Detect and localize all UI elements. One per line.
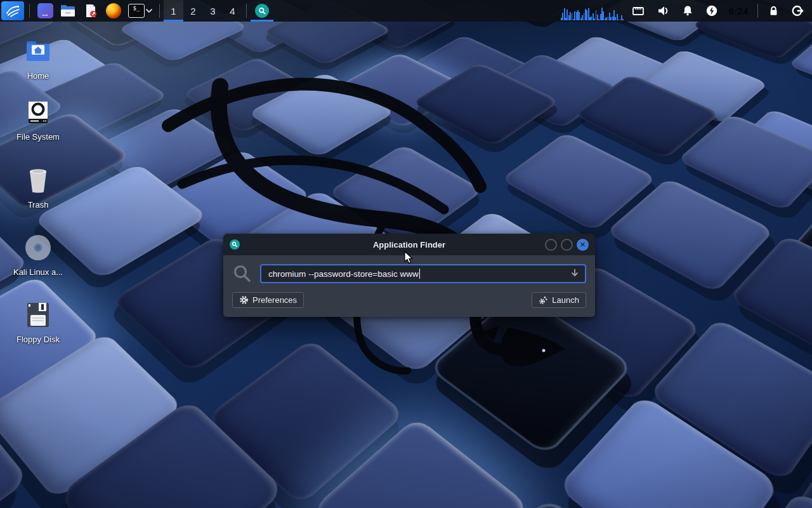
- preferences-button[interactable]: Preferences: [232, 292, 304, 308]
- preferences-label: Preferences: [252, 295, 297, 305]
- speaker-icon: [657, 4, 670, 17]
- desktop-icon-label: Home: [9, 71, 67, 81]
- taskbar-application-finder-button[interactable]: [251, 0, 273, 22]
- terminal-icon: $_: [128, 4, 145, 18]
- chevron-down-icon: [145, 8, 153, 14]
- panel-separator: [757, 4, 758, 18]
- trash-icon: [25, 166, 51, 194]
- clock[interactable]: 6:24: [724, 0, 754, 22]
- kali-dragon-logo: [155, 50, 574, 405]
- desktop-icon-label: File System: [9, 132, 67, 142]
- run-icon: [539, 295, 548, 305]
- launcher-file-manager[interactable]: [56, 0, 79, 22]
- logout-button[interactable]: [785, 0, 812, 22]
- top-panel: $_ 1 2 3 4: [0, 0, 812, 22]
- desktop-icon-label: Kali Linux a...: [9, 267, 67, 277]
- applications-menu-button[interactable]: [1, 1, 24, 20]
- search-icon: [232, 264, 252, 284]
- workspace-4-button[interactable]: 4: [223, 0, 242, 22]
- volume-button[interactable]: [651, 0, 676, 22]
- workspace-2-button[interactable]: 2: [183, 0, 203, 22]
- desktop-icon-label: Floppy Disk: [9, 335, 67, 344]
- power-manager-button[interactable]: [700, 0, 724, 22]
- notifications-button[interactable]: [676, 0, 700, 22]
- floppy-icon: [25, 301, 51, 329]
- terminal-dropdown-button[interactable]: [145, 0, 155, 22]
- window-app-icon: [37, 3, 53, 18]
- window-title: Application Finder: [223, 240, 595, 250]
- launch-label: Launch: [552, 295, 579, 305]
- application-finder-icon: [255, 4, 269, 18]
- history-dropdown-icon[interactable]: [546, 258, 580, 290]
- power-icon: [705, 4, 718, 17]
- drive-icon: [25, 99, 51, 126]
- firefox-icon: [106, 3, 121, 18]
- desktop-icon-label: Trash: [9, 200, 67, 210]
- workspace-3-button[interactable]: 3: [203, 0, 223, 22]
- logout-icon: [791, 4, 804, 17]
- lock-screen-button[interactable]: [762, 0, 785, 22]
- minimize-button[interactable]: [545, 239, 557, 251]
- command-input-value: chromium --password-store=basic www: [268, 269, 419, 279]
- file-manager-icon: [60, 3, 76, 18]
- home-folder-icon: [24, 39, 52, 64]
- close-button[interactable]: ✕: [577, 239, 589, 251]
- panel-separator: [29, 4, 30, 18]
- desktop-icon-kali-linux-cd[interactable]: Kali Linux a...: [9, 232, 67, 277]
- desktop-icon-file-system[interactable]: File System: [9, 97, 67, 142]
- launcher-firefox[interactable]: [102, 0, 125, 22]
- ethernet-icon: [631, 4, 645, 17]
- workspace-1-button[interactable]: 1: [164, 0, 183, 22]
- desktop-icon-floppy-disk[interactable]: Floppy Disk: [9, 299, 67, 344]
- application-finder-window: Application Finder ✕ chromium --password…: [223, 234, 595, 317]
- disc-icon: [23, 233, 53, 262]
- panel-separator: [159, 4, 160, 18]
- bell-icon: [681, 4, 694, 17]
- text-caret: [419, 269, 421, 279]
- network-monitor-graph[interactable]: [560, 0, 625, 22]
- maximize-button[interactable]: [561, 239, 573, 251]
- launch-button[interactable]: Launch: [532, 292, 586, 308]
- desktop-icon-trash[interactable]: Trash: [9, 164, 67, 210]
- text-editor-icon: [83, 3, 98, 18]
- desktop-icon-home[interactable]: Home: [9, 36, 67, 81]
- panel-separator: [246, 4, 247, 18]
- lock-icon: [768, 4, 780, 17]
- launcher-terminal[interactable]: $_: [125, 0, 145, 22]
- command-input[interactable]: chromium --password-store=basic www: [260, 264, 586, 283]
- launcher-window-app[interactable]: [34, 0, 56, 22]
- launcher-text-editor[interactable]: [79, 0, 102, 22]
- network-status-button[interactable]: [625, 0, 651, 22]
- mouse-cursor: [404, 251, 414, 265]
- gear-icon: [239, 295, 249, 305]
- kali-logo-icon: [5, 3, 20, 18]
